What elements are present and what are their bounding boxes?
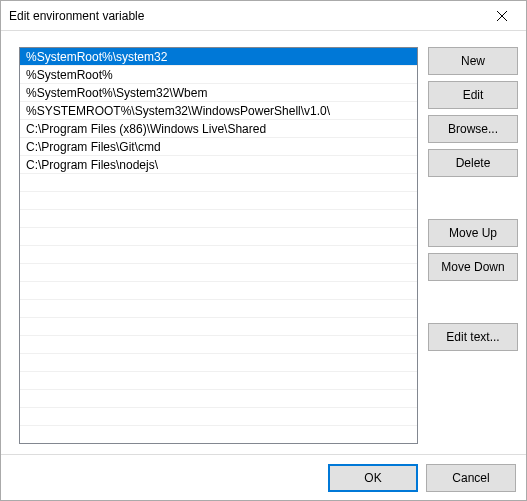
list-item[interactable]: %SystemRoot%\system32 (20, 48, 417, 66)
list-item (20, 282, 417, 300)
content-area: %SystemRoot%\system32%SystemRoot%%System… (1, 31, 526, 454)
dialog-window: Edit environment variable %SystemRoot%\s… (0, 0, 527, 501)
list-item[interactable]: %SystemRoot%\System32\Wbem (20, 84, 417, 102)
list-item (20, 372, 417, 390)
delete-button[interactable]: Delete (428, 149, 518, 177)
move-up-button[interactable]: Move Up (428, 219, 518, 247)
list-item (20, 354, 417, 372)
close-icon (497, 11, 507, 21)
edit-button[interactable]: Edit (428, 81, 518, 109)
dialog-footer: OK Cancel (1, 454, 526, 500)
list-item[interactable]: C:\Program Files\nodejs\ (20, 156, 417, 174)
list-item (20, 228, 417, 246)
list-item[interactable]: C:\Program Files (x86)\Windows Live\Shar… (20, 120, 417, 138)
edit-text-button[interactable]: Edit text... (428, 323, 518, 351)
list-item (20, 192, 417, 210)
list-item[interactable]: %SYSTEMROOT%\System32\WindowsPowerShell\… (20, 102, 417, 120)
list-item (20, 408, 417, 426)
list-item (20, 174, 417, 192)
new-button[interactable]: New (428, 47, 518, 75)
list-item (20, 318, 417, 336)
move-down-button[interactable]: Move Down (428, 253, 518, 281)
list-item (20, 264, 417, 282)
list-item (20, 246, 417, 264)
list-item (20, 300, 417, 318)
list-item[interactable]: C:\Program Files\Git\cmd (20, 138, 417, 156)
close-button[interactable] (479, 2, 524, 30)
list-item (20, 210, 417, 228)
list-item (20, 390, 417, 408)
list-item (20, 336, 417, 354)
path-listbox[interactable]: %SystemRoot%\system32%SystemRoot%%System… (19, 47, 418, 444)
browse-button[interactable]: Browse... (428, 115, 518, 143)
ok-button[interactable]: OK (328, 464, 418, 492)
window-title: Edit environment variable (9, 9, 479, 23)
titlebar: Edit environment variable (1, 1, 526, 31)
cancel-button[interactable]: Cancel (426, 464, 516, 492)
button-sidebar: New Edit Browse... Delete Move Up Move D… (428, 47, 518, 444)
list-item[interactable]: %SystemRoot% (20, 66, 417, 84)
